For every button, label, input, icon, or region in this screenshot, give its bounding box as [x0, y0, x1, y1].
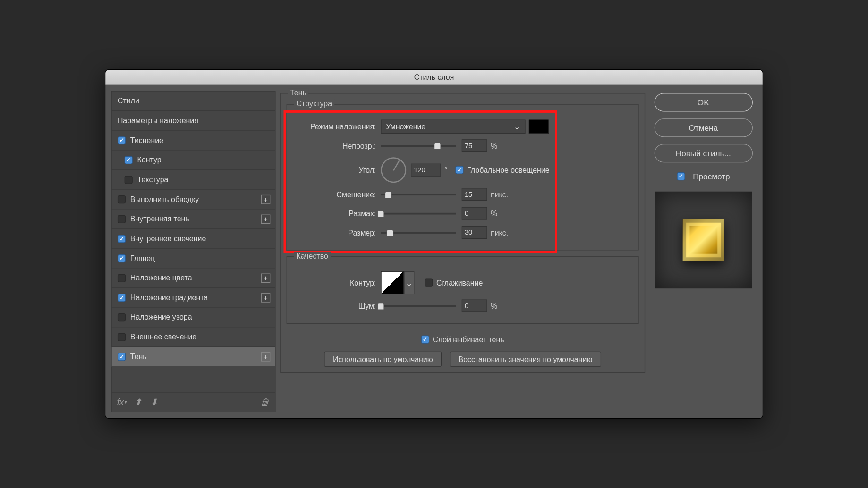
label: Внешнее свечение — [130, 332, 196, 341]
unit: ° — [444, 166, 447, 174]
group-shadow: Тень Структура Режим наложения: Умножени… — [280, 93, 645, 373]
label: Выполнить обводку — [130, 195, 199, 203]
size-slider[interactable] — [381, 227, 456, 237]
contour-label: Контур: — [294, 278, 381, 287]
offset-input[interactable] — [462, 188, 487, 201]
dialog-body: Стили Параметры наложения Тиснение Конту… — [105, 85, 763, 418]
add-instance-icon[interactable]: + — [261, 273, 271, 283]
sidebar-blending-options[interactable]: Параметры наложения — [112, 111, 275, 131]
add-instance-icon[interactable]: + — [261, 352, 271, 361]
label: Внутренняя тень — [130, 215, 189, 223]
checkbox[interactable] — [118, 254, 126, 262]
make-default-button[interactable]: Использовать по умолчанию — [324, 352, 442, 367]
checkbox[interactable] — [118, 215, 126, 223]
move-down-icon[interactable]: ⬇ — [149, 397, 159, 407]
sidebar-item-gradient-overlay[interactable]: Наложение градиента+ — [112, 288, 275, 308]
size-label: Размер: — [294, 228, 381, 236]
opacity-input[interactable] — [462, 139, 487, 152]
checkbox[interactable] — [125, 176, 133, 184]
checkbox[interactable] — [118, 313, 126, 321]
antialias-checkbox[interactable] — [425, 279, 433, 287]
label: Тень — [130, 352, 147, 361]
fx-menu-icon[interactable]: fx▾ — [116, 397, 127, 407]
checkbox[interactable] — [125, 156, 133, 164]
unit: пикс. — [491, 190, 508, 198]
reset-default-button[interactable]: Восстановить значения по умолчанию — [450, 352, 601, 367]
offset-label: Смещение: — [294, 190, 381, 198]
checkbox[interactable] — [118, 333, 126, 341]
sidebar-item-pattern-overlay[interactable]: Наложение узора — [112, 308, 275, 328]
sidebar-item-contour[interactable]: Контур — [112, 151, 275, 170]
unit: % — [491, 209, 497, 218]
group-label: Качество — [294, 252, 331, 260]
angle-input[interactable] — [411, 164, 441, 177]
angle-label: Угол: — [294, 166, 381, 174]
styles-sidebar: Стили Параметры наложения Тиснение Конту… — [111, 91, 275, 412]
checkbox[interactable] — [118, 294, 126, 302]
opacity-label: Непрозр.: — [294, 142, 381, 150]
label: Наложение градиента — [130, 293, 208, 302]
knockout-label: Слой выбивает тень — [433, 335, 504, 344]
noise-input[interactable] — [462, 300, 487, 312]
label: Наложение цвета — [130, 273, 192, 282]
cancel-button[interactable]: Отмена — [654, 118, 752, 137]
add-instance-icon[interactable]: + — [261, 293, 271, 303]
contour-dropdown-arrow[interactable]: ⌄ — [404, 271, 414, 294]
unit: % — [491, 302, 497, 310]
preview-toggle[interactable]: Просмотр — [677, 172, 730, 181]
shadow-color-swatch[interactable] — [529, 120, 549, 134]
trash-icon[interactable]: 🗑 — [260, 397, 270, 407]
add-instance-icon[interactable]: + — [261, 214, 271, 224]
label: Текстура — [137, 175, 169, 184]
spread-slider[interactable] — [381, 208, 456, 219]
knockout-checkbox[interactable] — [421, 336, 429, 344]
sidebar-item-inner-shadow[interactable]: Внутренняя тень+ — [112, 210, 275, 229]
checkbox[interactable] — [118, 274, 126, 282]
new-style-button[interactable]: Новый стиль... — [654, 144, 752, 162]
label: Стили — [118, 97, 139, 105]
label: Наложение узора — [130, 313, 192, 321]
opacity-slider[interactable] — [381, 141, 456, 151]
sidebar-item-outer-glow[interactable]: Внешнее свечение — [112, 327, 275, 347]
blend-mode-label: Режим наложения: — [294, 122, 381, 131]
noise-slider[interactable] — [381, 301, 456, 311]
size-input[interactable] — [462, 226, 487, 239]
sidebar-item-texture[interactable]: Текстура — [112, 170, 275, 190]
checkbox[interactable] — [118, 195, 126, 203]
layer-style-dialog: Стиль слоя Стили Параметры наложения Тис… — [105, 69, 763, 419]
checkbox[interactable] — [118, 353, 126, 361]
settings-panel: Тень Структура Режим наложения: Умножени… — [280, 91, 645, 412]
contour-picker[interactable] — [381, 271, 404, 294]
ok-button[interactable]: OK — [654, 93, 752, 111]
noise-label: Шум: — [294, 302, 381, 310]
checkbox[interactable] — [118, 235, 126, 243]
checkbox[interactable] — [118, 136, 126, 144]
group-quality: Качество Контур: ⌄ Сглаживание Шум: % — [287, 256, 639, 324]
actions-panel: OK Отмена Новый стиль... Просмотр — [650, 91, 757, 412]
label: Параметры наложения — [118, 116, 198, 125]
dialog-title: Стиль слоя — [105, 70, 763, 85]
spread-input[interactable] — [462, 207, 487, 220]
sidebar-styles[interactable]: Стили — [112, 92, 275, 111]
unit: % — [491, 142, 497, 150]
global-light-checkbox[interactable] — [456, 166, 464, 174]
sidebar-item-color-overlay[interactable]: Наложение цвета+ — [112, 268, 275, 288]
label: Внутреннее свечение — [130, 234, 206, 243]
spread-label: Размах: — [294, 209, 381, 218]
sidebar-item-inner-glow[interactable]: Внутреннее свечение — [112, 229, 275, 249]
add-instance-icon[interactable]: + — [261, 194, 271, 204]
sidebar-item-satin[interactable]: Глянец — [112, 249, 275, 269]
unit: пикс. — [491, 228, 508, 236]
sidebar-item-bevel[interactable]: Тиснение — [112, 131, 275, 151]
global-light-label: Глобальное освещение — [467, 166, 549, 174]
angle-dial[interactable] — [381, 157, 406, 183]
sidebar-item-drop-shadow[interactable]: Тень+ — [112, 347, 275, 367]
preview-swatch — [682, 219, 724, 261]
sidebar-item-stroke[interactable]: Выполнить обводку+ — [112, 190, 275, 210]
offset-slider[interactable] — [381, 189, 456, 200]
chevron-down-icon: ⌄ — [514, 122, 520, 131]
blend-mode-dropdown[interactable]: Умножение⌄ — [381, 120, 525, 134]
move-up-icon[interactable]: ⬆ — [133, 397, 143, 407]
preview-checkbox[interactable] — [677, 172, 685, 180]
group-structure: Структура Режим наложения: Умножение⌄ Не… — [287, 104, 639, 251]
